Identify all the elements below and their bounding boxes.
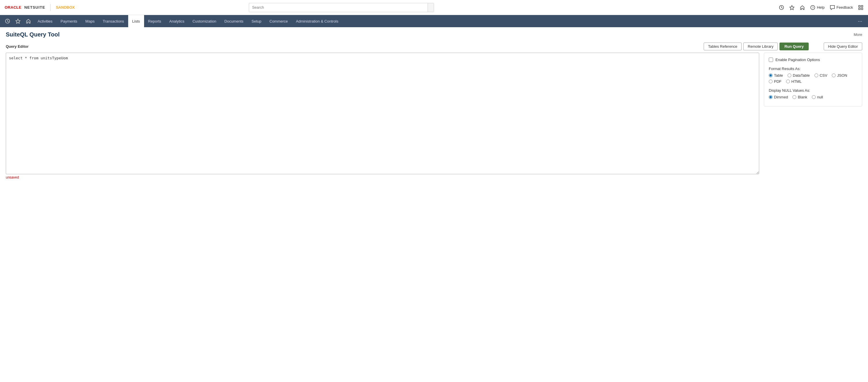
- run-query-button[interactable]: Run Query: [779, 42, 808, 50]
- query-section-header: Query Editor Tables Reference Remote Lib…: [6, 42, 862, 50]
- null-option-null[interactable]: null: [812, 95, 823, 99]
- feedback-button[interactable]: Feedback: [830, 5, 853, 10]
- format-option-csv[interactable]: CSV: [814, 73, 828, 78]
- query-editor-label: Query Editor: [6, 44, 29, 49]
- format-title: Format Results As:: [769, 66, 857, 71]
- nav-item-activities[interactable]: Activities: [34, 15, 56, 27]
- null-title: Display NULL Values As:: [769, 88, 857, 93]
- recent-button[interactable]: [779, 5, 784, 10]
- svg-marker-3: [790, 5, 794, 9]
- oracle-logo: ORACLE: [5, 5, 22, 9]
- nav-item-lists[interactable]: Lists: [128, 15, 144, 27]
- format-option-datatable[interactable]: DataTable: [787, 73, 810, 78]
- top-icons: ? Help Feedback: [779, 5, 863, 10]
- nav-item-reports[interactable]: Reports: [144, 15, 165, 27]
- query-options-panel: Enable Pagination Options Format Results…: [764, 53, 862, 107]
- query-body: select * from unitsTypeUom unsaved Enabl…: [6, 53, 862, 179]
- pagination-label[interactable]: Enable Pagination Options: [775, 58, 820, 62]
- null-radio-group: Dimmed Blank null: [769, 95, 857, 99]
- nav-bar: Activities Payments Maps Transactions Li…: [0, 15, 868, 27]
- logo-divider: [50, 4, 51, 11]
- page-title: SuiteQL Query Tool: [6, 31, 60, 38]
- query-actions: Tables Reference Remote Library Run Quer…: [704, 42, 862, 50]
- svg-rect-9: [861, 8, 863, 9]
- format-radio-group: Table DataTable CSV JSON: [769, 73, 857, 84]
- main-content: Query Editor Tables Reference Remote Lib…: [0, 38, 868, 184]
- nav-favorites-icon: [16, 19, 21, 24]
- nav-item-commerce[interactable]: Commerce: [265, 15, 292, 27]
- logo-area: ORACLE NETSUITE SANDBOX: [5, 4, 75, 11]
- null-option-blank[interactable]: Blank: [793, 95, 807, 99]
- nav-home-icon: [26, 19, 31, 24]
- home-icon: [800, 5, 805, 10]
- format-option-json[interactable]: JSON: [832, 73, 847, 78]
- query-editor-wrap: select * from unitsTypeUom unsaved: [6, 53, 759, 179]
- help-button[interactable]: ? Help: [810, 5, 825, 10]
- nav-recent-icon[interactable]: [2, 15, 13, 27]
- svg-rect-8: [859, 8, 860, 9]
- more-button[interactable]: More: [854, 32, 862, 37]
- format-option-html[interactable]: HTML: [786, 79, 802, 84]
- query-textarea[interactable]: select * from unitsTypeUom: [6, 53, 759, 174]
- nav-item-admin[interactable]: Administration & Controls: [292, 15, 343, 27]
- null-section: Display NULL Values As: Dimmed Blank nul…: [769, 88, 857, 99]
- nav-item-customization[interactable]: Customization: [188, 15, 220, 27]
- nav-item-transactions[interactable]: Transactions: [99, 15, 128, 27]
- format-option-table[interactable]: Table: [769, 73, 783, 78]
- hide-editor-button[interactable]: Hide Query Editor: [824, 42, 862, 50]
- help-icon: ?: [810, 5, 815, 10]
- nav-item-payments[interactable]: Payments: [56, 15, 81, 27]
- netsuite-logo: NETSUITE: [24, 5, 45, 9]
- top-bar: ORACLE NETSUITE SANDBOX: [0, 0, 868, 15]
- remote-library-button[interactable]: Remote Library: [743, 42, 778, 50]
- favorites-button[interactable]: [789, 5, 795, 10]
- grid-icon: [858, 5, 863, 10]
- svg-text:?: ?: [812, 6, 814, 9]
- format-option-pdf[interactable]: PDF: [769, 79, 781, 84]
- search-input-wrap: [249, 3, 434, 12]
- pagination-checkbox[interactable]: [769, 58, 773, 62]
- nav-item-documents[interactable]: Documents: [220, 15, 248, 27]
- nav-item-setup[interactable]: Setup: [247, 15, 265, 27]
- search-area: [249, 3, 434, 12]
- nav-more[interactable]: ···: [855, 15, 866, 27]
- null-option-dimmed[interactable]: Dimmed: [769, 95, 788, 99]
- search-input[interactable]: [249, 5, 428, 9]
- svg-rect-7: [861, 5, 863, 7]
- page-header: SuiteQL Query Tool More: [0, 27, 868, 38]
- grid-button[interactable]: [858, 5, 863, 10]
- clock-icon: [5, 19, 10, 24]
- format-section: Format Results As: Table DataTable CSV: [769, 66, 857, 84]
- sandbox-label: SANDBOX: [56, 5, 75, 9]
- svg-rect-6: [859, 5, 860, 7]
- search-button[interactable]: [428, 3, 434, 12]
- nav-item-analytics[interactable]: Analytics: [165, 15, 188, 27]
- feedback-label: Feedback: [836, 5, 853, 9]
- home-button[interactable]: [800, 5, 805, 10]
- tables-reference-button[interactable]: Tables Reference: [704, 42, 742, 50]
- star-icon: [789, 5, 795, 10]
- help-label: Help: [817, 5, 825, 9]
- svg-marker-11: [16, 19, 20, 24]
- pagination-option-row: Enable Pagination Options: [769, 58, 857, 62]
- recent-icon: [779, 5, 784, 10]
- feedback-icon: [830, 5, 835, 10]
- unsaved-label: unsaved: [6, 175, 759, 179]
- nav-item-maps[interactable]: Maps: [81, 15, 99, 27]
- nav-home-icon[interactable]: [23, 15, 34, 27]
- nav-star-icon[interactable]: [13, 15, 23, 27]
